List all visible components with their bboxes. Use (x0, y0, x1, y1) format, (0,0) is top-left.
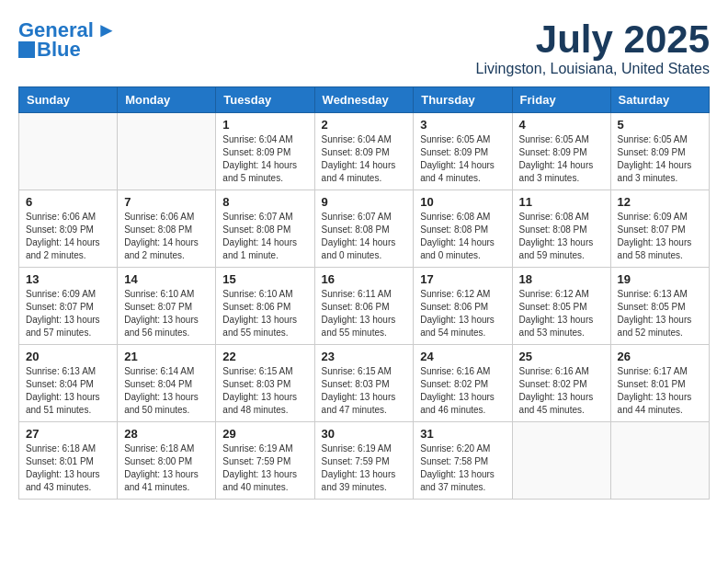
calendar-week-row: 27Sunrise: 6:18 AM Sunset: 8:01 PM Dayli… (19, 422, 710, 500)
table-row: 25Sunrise: 6:16 AM Sunset: 8:02 PM Dayli… (512, 345, 610, 422)
day-info: Sunrise: 6:19 AM Sunset: 7:59 PM Dayligh… (322, 442, 407, 494)
table-row: 20Sunrise: 6:13 AM Sunset: 8:04 PM Dayli… (19, 345, 118, 422)
day-info: Sunrise: 6:09 AM Sunset: 8:07 PM Dayligh… (26, 288, 110, 339)
day-info: Sunrise: 6:15 AM Sunset: 8:03 PM Dayligh… (222, 365, 307, 417)
logo-blue-text: Blue (37, 39, 81, 61)
day-number: 9 (322, 195, 407, 209)
day-number: 19 (618, 272, 702, 286)
calendar-week-row: 20Sunrise: 6:13 AM Sunset: 8:04 PM Dayli… (19, 345, 710, 422)
col-saturday: Saturday (610, 87, 709, 113)
day-info: Sunrise: 6:05 AM Sunset: 8:09 PM Dayligh… (618, 133, 702, 185)
day-number: 30 (322, 427, 407, 441)
table-row: 2Sunrise: 6:04 AM Sunset: 8:09 PM Daylig… (314, 113, 414, 190)
day-number: 6 (26, 195, 110, 209)
day-info: Sunrise: 6:18 AM Sunset: 8:00 PM Dayligh… (124, 442, 209, 494)
logo-arrow-icon: ► (97, 18, 117, 42)
day-info: Sunrise: 6:04 AM Sunset: 8:09 PM Dayligh… (222, 133, 307, 185)
day-number: 22 (222, 350, 307, 363)
calendar-table: Sunday Monday Tuesday Wednesday Thursday… (18, 86, 710, 500)
table-row: 29Sunrise: 6:19 AM Sunset: 7:59 PM Dayli… (216, 422, 314, 500)
table-row: 8Sunrise: 6:07 AM Sunset: 8:08 PM Daylig… (216, 190, 314, 268)
table-row (118, 113, 216, 190)
col-wednesday: Wednesday (314, 87, 414, 113)
table-row: 19Sunrise: 6:13 AM Sunset: 8:05 PM Dayli… (610, 268, 709, 345)
day-number: 10 (420, 195, 505, 209)
calendar-week-row: 1Sunrise: 6:04 AM Sunset: 8:09 PM Daylig… (19, 113, 710, 190)
day-number: 15 (222, 272, 307, 286)
day-info: Sunrise: 6:11 AM Sunset: 8:06 PM Dayligh… (322, 288, 407, 339)
day-info: Sunrise: 6:16 AM Sunset: 8:02 PM Dayligh… (519, 365, 604, 417)
day-info: Sunrise: 6:12 AM Sunset: 8:05 PM Dayligh… (519, 288, 604, 339)
day-number: 20 (26, 350, 110, 363)
day-info: Sunrise: 6:04 AM Sunset: 8:09 PM Dayligh… (322, 133, 407, 185)
day-info: Sunrise: 6:17 AM Sunset: 8:01 PM Dayligh… (618, 365, 702, 417)
table-row (512, 422, 610, 500)
table-row: 31Sunrise: 6:20 AM Sunset: 7:58 PM Dayli… (414, 422, 512, 500)
calendar-header-row: Sunday Monday Tuesday Wednesday Thursday… (19, 87, 710, 113)
day-number: 13 (26, 272, 110, 286)
col-thursday: Thursday (414, 87, 512, 113)
day-number: 2 (322, 118, 407, 132)
day-number: 11 (519, 195, 604, 209)
page-header: General ► Blue July 2025 Livingston, Lou… (18, 18, 710, 77)
day-info: Sunrise: 6:10 AM Sunset: 8:07 PM Dayligh… (124, 288, 209, 339)
table-row: 6Sunrise: 6:06 AM Sunset: 8:09 PM Daylig… (19, 190, 118, 268)
day-number: 28 (124, 427, 209, 441)
day-info: Sunrise: 6:06 AM Sunset: 8:09 PM Dayligh… (26, 211, 110, 262)
table-row: 17Sunrise: 6:12 AM Sunset: 8:06 PM Dayli… (414, 268, 512, 345)
table-row: 30Sunrise: 6:19 AM Sunset: 7:59 PM Dayli… (314, 422, 414, 500)
table-row: 22Sunrise: 6:15 AM Sunset: 8:03 PM Dayli… (216, 345, 314, 422)
day-number: 1 (222, 118, 307, 132)
table-row: 16Sunrise: 6:11 AM Sunset: 8:06 PM Dayli… (314, 268, 414, 345)
table-row: 10Sunrise: 6:08 AM Sunset: 8:08 PM Dayli… (414, 190, 512, 268)
day-info: Sunrise: 6:07 AM Sunset: 8:08 PM Dayligh… (322, 211, 407, 262)
day-info: Sunrise: 6:05 AM Sunset: 8:09 PM Dayligh… (519, 133, 604, 185)
day-number: 18 (519, 272, 604, 286)
day-info: Sunrise: 6:09 AM Sunset: 8:07 PM Dayligh… (618, 211, 702, 262)
col-friday: Friday (512, 87, 610, 113)
month-title: July 2025 (476, 18, 710, 61)
col-sunday: Sunday (19, 87, 118, 113)
table-row: 5Sunrise: 6:05 AM Sunset: 8:09 PM Daylig… (610, 113, 709, 190)
table-row: 28Sunrise: 6:18 AM Sunset: 8:00 PM Dayli… (118, 422, 216, 500)
table-row (610, 422, 709, 500)
day-info: Sunrise: 6:08 AM Sunset: 8:08 PM Dayligh… (519, 211, 604, 262)
table-row: 24Sunrise: 6:16 AM Sunset: 8:02 PM Dayli… (414, 345, 512, 422)
table-row: 21Sunrise: 6:14 AM Sunset: 8:04 PM Dayli… (118, 345, 216, 422)
table-row: 13Sunrise: 6:09 AM Sunset: 8:07 PM Dayli… (19, 268, 118, 345)
day-info: Sunrise: 6:16 AM Sunset: 8:02 PM Dayligh… (420, 365, 505, 417)
location: Livingston, Louisiana, United States (476, 61, 710, 77)
day-info: Sunrise: 6:14 AM Sunset: 8:04 PM Dayligh… (124, 365, 209, 417)
table-row: 23Sunrise: 6:15 AM Sunset: 8:03 PM Dayli… (314, 345, 414, 422)
day-info: Sunrise: 6:18 AM Sunset: 8:01 PM Dayligh… (26, 442, 110, 494)
table-row: 4Sunrise: 6:05 AM Sunset: 8:09 PM Daylig… (512, 113, 610, 190)
table-row: 18Sunrise: 6:12 AM Sunset: 8:05 PM Dayli… (512, 268, 610, 345)
day-info: Sunrise: 6:19 AM Sunset: 7:59 PM Dayligh… (222, 442, 307, 494)
table-row: 1Sunrise: 6:04 AM Sunset: 8:09 PM Daylig… (216, 113, 314, 190)
day-number: 7 (124, 195, 209, 209)
day-number: 23 (322, 350, 407, 363)
day-info: Sunrise: 6:15 AM Sunset: 8:03 PM Dayligh… (322, 365, 407, 417)
logo: General ► Blue (18, 18, 117, 61)
day-number: 4 (519, 118, 604, 132)
day-info: Sunrise: 6:08 AM Sunset: 8:08 PM Dayligh… (420, 211, 505, 262)
col-tuesday: Tuesday (216, 87, 314, 113)
col-monday: Monday (118, 87, 216, 113)
day-number: 25 (519, 350, 604, 363)
table-row (19, 113, 118, 190)
day-number: 16 (322, 272, 407, 286)
day-number: 12 (618, 195, 702, 209)
table-row: 15Sunrise: 6:10 AM Sunset: 8:06 PM Dayli… (216, 268, 314, 345)
table-row: 27Sunrise: 6:18 AM Sunset: 8:01 PM Dayli… (19, 422, 118, 500)
day-number: 31 (420, 427, 505, 441)
day-number: 24 (420, 350, 505, 363)
table-row: 12Sunrise: 6:09 AM Sunset: 8:07 PM Dayli… (610, 190, 709, 268)
table-row: 7Sunrise: 6:06 AM Sunset: 8:08 PM Daylig… (118, 190, 216, 268)
day-info: Sunrise: 6:10 AM Sunset: 8:06 PM Dayligh… (222, 288, 307, 339)
calendar-week-row: 13Sunrise: 6:09 AM Sunset: 8:07 PM Dayli… (19, 268, 710, 345)
table-row: 14Sunrise: 6:10 AM Sunset: 8:07 PM Dayli… (118, 268, 216, 345)
table-row: 11Sunrise: 6:08 AM Sunset: 8:08 PM Dayli… (512, 190, 610, 268)
table-row: 26Sunrise: 6:17 AM Sunset: 8:01 PM Dayli… (610, 345, 709, 422)
day-info: Sunrise: 6:13 AM Sunset: 8:05 PM Dayligh… (618, 288, 702, 339)
day-number: 21 (124, 350, 209, 363)
